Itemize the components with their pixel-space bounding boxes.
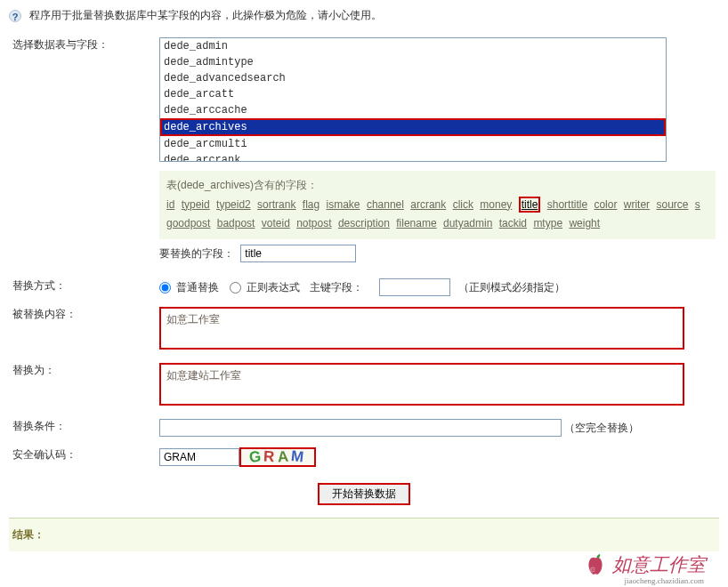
- field-link[interactable]: notpost: [296, 217, 331, 229]
- regex-note: （正则模式必须指定）: [458, 281, 565, 294]
- field-link[interactable]: source: [656, 198, 688, 211]
- table-item[interactable]: dede_admintype: [160, 54, 666, 70]
- result-label: 结果：: [9, 518, 719, 551]
- label-primary-key: 主键字段：: [310, 281, 363, 294]
- table-item[interactable]: dede_arccache: [160, 102, 666, 118]
- field-link[interactable]: tackid: [499, 217, 527, 229]
- label-replace-with: 替换为：: [9, 358, 156, 414]
- field-link[interactable]: writer: [624, 198, 650, 211]
- field-link[interactable]: color: [594, 198, 617, 211]
- table-item[interactable]: dede_arcrank: [160, 152, 666, 162]
- primary-key-input[interactable]: [379, 278, 450, 296]
- warning-banner: ? 程序用于批量替换数据库中某字段的内容，此操作极为危险，请小心使用。: [9, 4, 719, 32]
- radio-normal-label: 普通替换: [176, 281, 219, 294]
- radio-regex-label: 正则表达式: [247, 281, 300, 294]
- field-link[interactable]: typeid2: [216, 198, 251, 211]
- field-link[interactable]: goodpost: [166, 217, 210, 229]
- field-to-replace-input[interactable]: [240, 245, 356, 262]
- field-link[interactable]: click: [453, 198, 473, 211]
- label-security-code: 安全确认码：: [9, 442, 156, 472]
- replaced-content-textarea[interactable]: [159, 307, 684, 350]
- field-link[interactable]: flag: [303, 198, 320, 211]
- field-link[interactable]: arcrank: [410, 198, 446, 211]
- table-item[interactable]: dede_advancedsearch: [160, 70, 666, 86]
- captcha-input[interactable]: [159, 448, 239, 466]
- fields-list: id typeid typeid2 sortrank flag ismake c…: [166, 196, 708, 234]
- field-link[interactable]: weight: [569, 217, 600, 229]
- fields-panel-title: 表(dede_archives)含有的字段：: [166, 176, 708, 196]
- table-item[interactable]: dede_admin: [160, 38, 666, 54]
- captcha-image[interactable]: GRAM: [239, 447, 316, 467]
- fields-panel: 表(dede_archives)含有的字段： id typeid typeid2…: [159, 171, 716, 239]
- field-link[interactable]: description: [338, 217, 390, 229]
- field-link[interactable]: ismake: [327, 198, 360, 211]
- warning-text: 程序用于批量替换数据库中某字段的内容，此操作极为危险，请小心使用。: [29, 9, 382, 21]
- field-link[interactable]: title: [519, 197, 541, 213]
- label-replace-condition: 替换条件：: [9, 414, 156, 442]
- field-link[interactable]: s: [695, 198, 700, 211]
- submit-button[interactable]: 开始替换数据: [318, 483, 410, 505]
- table-item[interactable]: dede_archives: [160, 118, 666, 136]
- table-list[interactable]: dede_admindede_admintypedede_advancedsea…: [159, 37, 667, 162]
- replace-with-textarea[interactable]: [159, 363, 684, 406]
- field-link[interactable]: dutyadmin: [443, 217, 492, 229]
- label-field-to-replace: 要替换的字段：: [159, 247, 234, 260]
- info-icon: ?: [9, 10, 21, 22]
- table-item[interactable]: dede_arcatt: [160, 86, 666, 102]
- label-replaced-content: 被替换内容：: [9, 302, 156, 358]
- field-link[interactable]: sortrank: [257, 198, 295, 211]
- replace-condition-input[interactable]: [159, 419, 562, 437]
- label-replace-mode: 替换方式：: [9, 273, 156, 302]
- field-link[interactable]: voteid: [262, 217, 290, 229]
- radio-regex[interactable]: [230, 282, 241, 294]
- empty-replace-note: （空完全替换）: [564, 422, 639, 434]
- radio-normal[interactable]: [159, 282, 171, 294]
- label-select-table: 选择数据表与字段：: [9, 32, 156, 273]
- table-item[interactable]: dede_arcmulti: [160, 136, 666, 152]
- field-link[interactable]: mtype: [533, 217, 562, 229]
- field-link[interactable]: money: [480, 198, 512, 211]
- field-link[interactable]: id: [166, 198, 174, 211]
- field-link[interactable]: typeid: [182, 198, 210, 211]
- field-link[interactable]: badpost: [217, 217, 255, 229]
- field-link[interactable]: filename: [396, 217, 436, 229]
- field-link[interactable]: shorttitle: [547, 198, 587, 211]
- field-link[interactable]: channel: [367, 198, 404, 211]
